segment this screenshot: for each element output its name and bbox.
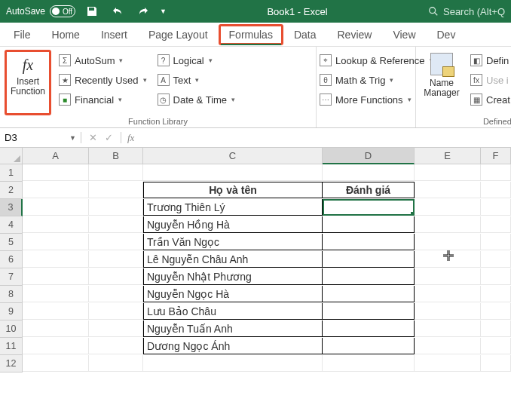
cell-C7[interactable]: Nguyễn Nhật Phương [143, 268, 323, 285]
cell-E9[interactable] [415, 303, 481, 320]
row-header[interactable]: 5 [0, 234, 23, 251]
cell-D9[interactable] [323, 303, 415, 320]
cell-B5[interactable] [89, 234, 143, 250]
tab-view[interactable]: View [382, 24, 426, 45]
cell-F2[interactable] [481, 182, 511, 198]
save-icon[interactable] [83, 2, 101, 20]
cell-B4[interactable] [89, 216, 143, 233]
cell-B12[interactable] [89, 355, 143, 372]
tab-page-layout[interactable]: Page Layout [138, 24, 219, 45]
cell-E7[interactable] [415, 268, 481, 285]
cell-A6[interactable] [23, 251, 89, 268]
cell-C5[interactable]: Trần Văn Ngọc [143, 234, 323, 250]
row-header[interactable]: 8 [0, 286, 23, 303]
row-header[interactable]: 12 [0, 355, 23, 372]
cell-A11[interactable] [23, 338, 89, 354]
cell-B2[interactable] [89, 182, 143, 198]
col-header-A[interactable]: A [23, 148, 89, 164]
cell-A5[interactable] [23, 234, 89, 250]
cell-D4[interactable] [323, 216, 415, 233]
name-box[interactable]: ▼ [0, 132, 81, 143]
text-button[interactable]: AText▾ [155, 71, 239, 89]
cell-A12[interactable] [23, 355, 89, 372]
cell-D8[interactable] [323, 286, 415, 302]
cell-F11[interactable] [481, 338, 511, 354]
cell-C9[interactable]: Lưu Bảo Châu [143, 303, 323, 320]
cell-C10[interactable]: Nguyễn Tuấn Anh [143, 320, 323, 337]
cell-C11[interactable]: Dương Ngọc Ánh [143, 338, 323, 354]
cell-B8[interactable] [89, 286, 143, 302]
cell-F7[interactable] [481, 268, 511, 285]
name-manager-button[interactable]: Name Manager [421, 50, 463, 115]
logical-button[interactable]: ?Logical▾ [155, 51, 239, 69]
cell-C1[interactable] [143, 164, 323, 181]
cell-A7[interactable] [23, 268, 89, 285]
tab-review[interactable]: Review [327, 24, 383, 45]
cell-D11[interactable] [323, 338, 415, 354]
cell-C6[interactable]: Lê Nguyễn Châu Anh [143, 251, 323, 268]
define-name-button[interactable]: ◧Defin [467, 51, 511, 69]
insert-function-button[interactable]: fx Insert Function [5, 50, 51, 115]
cell-A9[interactable] [23, 303, 89, 320]
formula-input[interactable]: fx [121, 132, 511, 144]
cell-D2[interactable]: Đánh giá [323, 182, 415, 198]
cell-E11[interactable] [415, 338, 481, 354]
cell-D3[interactable] [323, 199, 415, 216]
cell-D10[interactable] [323, 320, 415, 337]
cell-E1[interactable] [415, 164, 481, 181]
row-header[interactable]: 1 [0, 164, 23, 182]
cell-B11[interactable] [89, 338, 143, 354]
cell-F12[interactable] [481, 355, 511, 372]
autosum-button[interactable]: ΣAutoSum▾ [56, 51, 150, 69]
chevron-down-icon[interactable]: ▼ [69, 134, 76, 142]
cell-D7[interactable] [323, 268, 415, 285]
cell-F3[interactable] [481, 199, 511, 216]
cell-B6[interactable] [89, 251, 143, 268]
cell-D6[interactable] [323, 251, 415, 268]
tab-file[interactable]: File [3, 24, 41, 45]
row-header[interactable]: 10 [0, 320, 23, 338]
cell-A1[interactable] [23, 164, 89, 181]
cell-D12[interactable] [323, 355, 415, 372]
redo-icon[interactable] [134, 2, 152, 20]
tab-data[interactable]: Data [283, 24, 327, 45]
cell-F5[interactable] [481, 234, 511, 250]
cell-C3[interactable]: Trương Thiên Lý [143, 199, 323, 216]
row-header[interactable]: 9 [0, 303, 23, 320]
use-in-formula-button[interactable]: fxUse i [467, 71, 511, 89]
row-header[interactable]: 6 [0, 251, 23, 268]
cell-E2[interactable] [415, 182, 481, 198]
cell-A4[interactable] [23, 216, 89, 233]
select-all-corner[interactable] [0, 148, 23, 164]
cell-F6[interactable] [481, 251, 511, 268]
search-box[interactable]: Search (Alt+Q [428, 6, 505, 17]
tab-home[interactable]: Home [41, 24, 90, 45]
cell-C4[interactable]: Nguyễn Hồng Hà [143, 216, 323, 233]
name-box-input[interactable] [5, 132, 57, 143]
cell-E12[interactable] [415, 355, 481, 372]
cell-E4[interactable] [415, 216, 481, 233]
recently-used-button[interactable]: ★Recently Used▾ [56, 71, 150, 89]
cell-B7[interactable] [89, 268, 143, 285]
row-header[interactable]: 2 [0, 182, 23, 199]
cell-F4[interactable] [481, 216, 511, 233]
undo-icon[interactable] [109, 2, 127, 20]
cell-D5[interactable] [323, 234, 415, 250]
cell-E6[interactable] [415, 251, 481, 268]
tab-formulas[interactable]: Formulas [219, 24, 283, 45]
col-header-E[interactable]: E [415, 148, 481, 164]
col-header-B[interactable]: B [89, 148, 143, 164]
tab-insert[interactable]: Insert [90, 24, 138, 45]
date-time-button[interactable]: ◷Date & Time▾ [155, 90, 239, 109]
toggle-off[interactable]: Off [50, 5, 75, 17]
cell-A10[interactable] [23, 320, 89, 337]
cell-B9[interactable] [89, 303, 143, 320]
row-header[interactable]: 4 [0, 216, 23, 234]
cell-E8[interactable] [415, 286, 481, 302]
cell-A2[interactable] [23, 182, 89, 198]
row-header[interactable]: 3 [0, 199, 23, 216]
cell-B10[interactable] [89, 320, 143, 337]
financial-button[interactable]: ■Financial▾ [56, 90, 150, 109]
cell-B1[interactable] [89, 164, 143, 181]
col-header-F[interactable]: F [481, 148, 511, 164]
